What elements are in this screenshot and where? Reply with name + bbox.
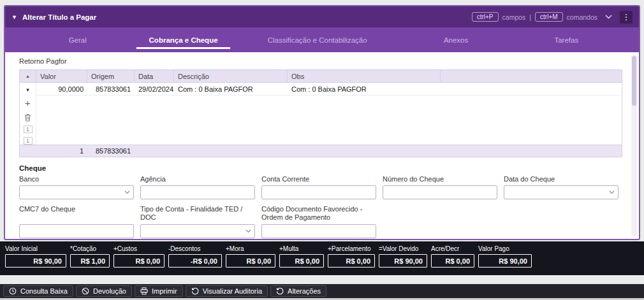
imprimir-button[interactable]: Imprimir [135,285,183,297]
shortcut-campos-badge: ctrl+P [472,12,499,22]
column-header-data[interactable]: Data [135,70,174,82]
tab-tarefas[interactable]: Tarefas [520,27,613,52]
cell-obs: Com : 0 Baixa PAGFOR [288,85,441,93]
field-banco: Banco [19,175,134,199]
total-descontos-value: -R$ 0,00 [168,254,222,268]
banco-select[interactable] [19,185,134,199]
agencia-label: Agência [140,175,255,183]
column-header-origem[interactable]: Origem [87,70,135,82]
total-parcelamento: +Parcelamento R$ 0,00 [328,245,375,268]
total-descontos: -Descontos -R$ 0,00 [168,245,222,268]
tab-geral[interactable]: Geral [31,27,124,52]
total-valor-inicial-value: R$ 90,00 [5,254,66,268]
total-mora: +Mora R$ 0,00 [226,245,275,268]
total-valor-inicial: Valor Inicial R$ 90,00 [5,245,66,268]
column-header-obs[interactable]: Obs [288,70,441,82]
shortcut-separator: | [529,13,531,21]
banco-label: Banco [19,175,134,183]
footer-row-count: 1 [36,147,87,155]
tab-cobranca-e-cheque[interactable]: Cobrança e Cheque [124,27,242,52]
consulta-baixa-button[interactable]: Consulta Baixa [3,285,73,297]
grid-pager-button-2[interactable]: 1 [24,137,33,145]
grid-delete-row-button[interactable] [24,113,31,122]
field-codigo-documento-favorecido: Código Documento Favorecido - Ordem de P… [261,205,376,238]
tipo-de-conta-select[interactable] [140,224,255,238]
totals-bar: Valor Inicial R$ 90,00 *Cotação R$ 1,00 … [0,241,644,275]
field-numero-do-cheque: Número do Cheque [383,175,497,199]
total-custos-value: R$ 0,00 [113,254,165,268]
visualizar-auditoria-button[interactable]: Visualizar Auditoria [186,285,268,297]
total-parcelamento-value: R$ 0,00 [328,254,375,268]
total-valor-devido: =Valor Devido R$ 90,00 [379,245,427,268]
sort-asc-icon[interactable]: ▲ [20,70,36,82]
table-row[interactable]: 90,0000 857833061 29/02/2024 Com : 0 Bai… [36,83,622,96]
agencia-input[interactable] [140,185,255,199]
cell-valor: 90,0000 [36,85,87,93]
bottom-toolbar: Consulta Baixa Devolução Imprimir Visual… [0,284,644,298]
history-icon [191,287,199,295]
data-do-cheque-label: Data do Cheque [504,175,618,183]
alteracoes-button[interactable]: Alterações [270,285,326,297]
cell-descricao: Com : 0 Baixa PAGFOR [174,85,288,93]
total-multa: +Multa R$ 0,00 [279,245,324,268]
shortcut-campos-label: campos [502,13,526,21]
titulo-a-pagar-window: ▼ Alterar Título a Pagar ctrl+P campos |… [4,5,640,240]
vertical-scrollbar[interactable] [631,55,637,236]
chevron-down-icon[interactable] [601,15,616,19]
codigo-documento-favorecido-label: Código Documento Favorecido - Ordem de P… [261,205,376,222]
block-icon [82,287,89,295]
numero-do-cheque-label: Número do Cheque [383,175,497,183]
total-multa-value: R$ 0,00 [279,254,324,268]
shortcut-comandos-badge: ctrl+M [535,12,563,22]
grid-pager-button-1[interactable]: 1 [24,125,33,133]
grid-rows: 90,0000 857833061 29/02/2024 Com : 0 Bai… [36,83,622,145]
conta-corrente-input[interactable] [261,185,376,199]
grid-gutter: ▾ + 1 1 [20,83,36,145]
total-cotacao-value: R$ 1,00 [70,254,110,268]
column-header-valor[interactable]: Valor [36,70,87,82]
field-agencia: Agência [140,175,255,199]
current-row-caret-icon: ▾ [26,85,29,95]
numero-do-cheque-input[interactable] [383,185,497,199]
tipo-de-conta-label: Tipo de Conta - Finalidade TED / DOC [140,205,255,222]
kebab-menu-icon[interactable]: ⋮ [620,11,633,24]
scrollbar-thumb[interactable] [632,56,636,106]
cell-origem: 857833061 [87,85,135,93]
window-title: Alterar Título a Pagar [22,13,96,21]
content-area: Retorno Pagfor ▲ Valor Origem Data Descr… [5,52,639,239]
tab-classificacao-e-contabilizacao[interactable]: Classificação e Contabilização [242,27,393,52]
shortcut-comandos-label: comandos [567,13,597,21]
total-valor-devido-value: R$ 90,00 [379,254,427,268]
retorno-pagfor-grid: ▲ Valor Origem Data Descrição Obs ▾ + 1 … [19,69,622,157]
total-valor-pago: Valor Pago R$ 90,00 [478,245,532,268]
collapse-caret-icon[interactable]: ▼ [11,14,17,20]
total-acre-decr-value: R$ 0,00 [431,254,474,268]
footer-origem-total: 857833061 [87,147,135,155]
grid-add-row-button[interactable]: + [25,99,31,108]
grid-header-row: ▲ Valor Origem Data Descrição Obs [20,70,622,83]
history-icon [276,287,284,295]
total-custos: +Custos R$ 0,00 [113,245,165,268]
cmc7-label: CMC7 do Cheque [19,205,134,222]
cheque-section-label: Cheque [19,164,622,172]
total-acre-decr: Acre/Decr R$ 0,00 [431,245,474,268]
titlebar: ▼ Alterar Título a Pagar ctrl+P campos |… [5,6,639,27]
data-do-cheque-select[interactable] [504,185,618,199]
total-valor-pago-value: R$ 90,00 [478,254,532,268]
tab-anexos[interactable]: Anexos [393,27,520,52]
total-mora-value: R$ 0,00 [226,254,275,268]
devolucao-button[interactable]: Devolução [76,285,132,297]
total-cotacao: *Cotação R$ 1,00 [70,245,110,268]
field-conta-corrente: Conta Corrente [261,175,376,199]
codigo-documento-favorecido-input[interactable] [261,224,376,238]
field-tipo-de-conta: Tipo de Conta - Finalidade TED / DOC [140,205,255,238]
tabbar: Geral Cobrança e Cheque Classificação e … [5,27,639,52]
column-header-descricao[interactable]: Descrição [174,70,288,82]
cmc7-input[interactable] [19,224,134,238]
retorno-pagfor-label: Retorno Pagfor [19,57,622,65]
field-data-do-cheque: Data do Cheque [504,175,618,199]
printer-icon [140,287,148,295]
column-header-filler [441,70,622,82]
clock-icon [9,287,17,295]
grid-footer-row: 1 857833061 [20,145,622,157]
